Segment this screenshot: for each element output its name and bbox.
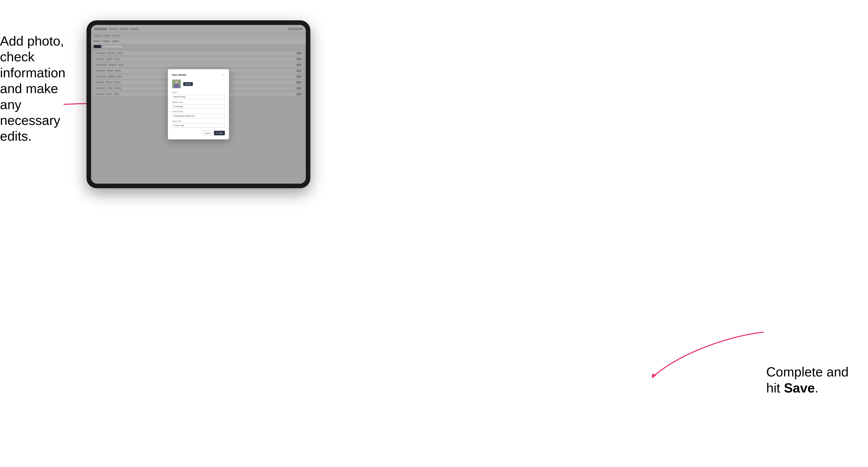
app-background: User details ×: [91, 25, 306, 184]
user-details-modal: User details ×: [168, 69, 229, 139]
name-label: Name: [172, 92, 225, 93]
annotation-left: Add photo, check information and make an…: [0, 33, 76, 144]
school-year-field-group: School Year Fourth Year First Year Secon…: [172, 120, 225, 128]
email-field-group: Email address: [172, 111, 225, 118]
display-name-label: Display name: [172, 101, 225, 103]
email-label: Email address: [172, 111, 225, 113]
school-year-select-wrap: Fourth Year First Year Second Year Third…: [172, 123, 225, 128]
svg-marker-1: [652, 373, 656, 378]
modal-title-bar: User details ×: [172, 73, 225, 76]
cancel-button[interactable]: Cancel: [202, 131, 212, 135]
select-caret-icon: ⌃: [222, 124, 224, 126]
tablet-screen: User details ×: [91, 25, 306, 184]
name-input[interactable]: [172, 95, 225, 99]
name-field-group: Name: [172, 92, 225, 99]
school-year-label: School Year: [172, 120, 225, 122]
save-button[interactable]: ⬆ Save: [214, 131, 225, 135]
modal-title: User details: [172, 73, 186, 76]
tablet-frame: User details ×: [87, 20, 310, 188]
annotation-right: Complete and hit Save.: [766, 364, 863, 396]
save-icon: ⬆: [216, 132, 218, 134]
modal-actions: Cancel ⬆ Save: [172, 131, 225, 135]
select-clear-icon[interactable]: ×: [221, 124, 222, 126]
arrow-right: [634, 330, 766, 380]
select-icons: × ⌃: [221, 124, 224, 126]
email-input[interactable]: [172, 114, 225, 118]
photo-upload-area: Upload: [172, 80, 225, 89]
upload-photo-button[interactable]: Upload: [183, 82, 193, 86]
school-year-select[interactable]: Fourth Year First Year Second Year Third…: [172, 123, 225, 128]
svg-rect-5: [174, 84, 180, 88]
display-name-field-group: Display name: [172, 101, 225, 109]
modal-overlay: User details ×: [91, 25, 306, 184]
modal-close-button[interactable]: ×: [222, 73, 225, 76]
svg-point-3: [175, 81, 178, 84]
display-name-input[interactable]: [172, 104, 225, 108]
user-photo-thumbnail: [172, 80, 181, 89]
